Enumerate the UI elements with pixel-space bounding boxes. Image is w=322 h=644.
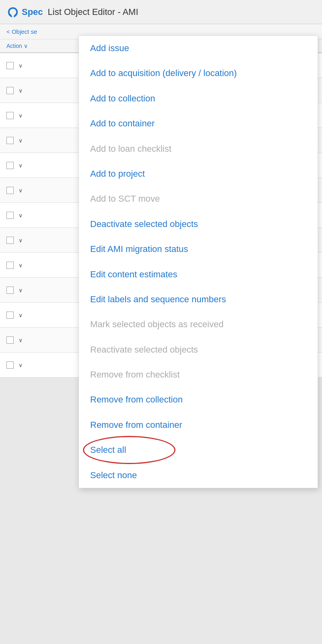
- row-checkbox[interactable]: [6, 162, 14, 169]
- dropdown-item-remove-container[interactable]: Remove from container: [79, 413, 318, 438]
- row-checkbox[interactable]: [6, 262, 14, 269]
- dropdown-item-label: Add to container: [90, 118, 155, 128]
- dropdown-item-label: Select all: [90, 445, 126, 455]
- app-name: Spec: [22, 7, 43, 17]
- dropdown-item-label: Remove from checklist: [90, 369, 180, 380]
- dropdown-item-edit-ami-migration[interactable]: Edit AMI migration status: [79, 237, 318, 262]
- dropdown-item-edit-content-estimates[interactable]: Edit content estimates: [79, 262, 318, 287]
- row-checkbox[interactable]: [6, 87, 14, 94]
- spec-logo-icon: [6, 6, 19, 19]
- dropdown-item-add-acquisition[interactable]: Add to acquisition (delivery / location): [79, 61, 318, 86]
- row-checkbox[interactable]: [6, 112, 14, 119]
- row-chevron-icon[interactable]: ∨: [19, 262, 23, 268]
- dropdown-item-label: Select none: [90, 470, 137, 480]
- row-chevron-icon[interactable]: ∨: [19, 237, 23, 244]
- row-checkbox[interactable]: [6, 187, 14, 194]
- dropdown-item-select-none[interactable]: Select none: [79, 463, 318, 488]
- dropdown-item-label: Add to collection: [90, 93, 155, 103]
- row-chevron-icon[interactable]: ∨: [19, 337, 23, 343]
- dropdown-item-label: Add to SCT move: [90, 194, 160, 204]
- dropdown-item-label: Remove from collection: [90, 394, 183, 405]
- row-chevron-icon[interactable]: ∨: [19, 62, 23, 69]
- row-chevron-icon[interactable]: ∨: [19, 312, 23, 318]
- dropdown-menu: Add issueAdd to acquisition (delivery / …: [78, 35, 318, 488]
- row-chevron-icon[interactable]: ∨: [19, 137, 23, 144]
- dropdown-item-label: Add to loan checklist: [90, 144, 171, 154]
- dropdown-item-select-all[interactable]: Select all: [79, 438, 318, 462]
- row-checkbox[interactable]: [6, 361, 14, 369]
- dropdown-item-label: Deactivate selected objects: [90, 219, 198, 229]
- row-checkbox[interactable]: [6, 237, 14, 244]
- row-chevron-icon[interactable]: ∨: [19, 87, 23, 94]
- row-checkbox[interactable]: [6, 312, 14, 319]
- dropdown-item-mark-received: Mark selected objects as received: [79, 312, 318, 337]
- dropdown-item-add-container[interactable]: Add to container: [79, 111, 318, 136]
- action-chevron-icon: ∨: [24, 43, 28, 49]
- row-chevron-icon[interactable]: ∨: [19, 187, 23, 194]
- dropdown-item-add-sct-move: Add to SCT move: [79, 186, 318, 211]
- row-checkbox[interactable]: [6, 287, 14, 294]
- dropdown-item-label: Mark selected objects as received: [90, 319, 223, 329]
- row-chevron-icon[interactable]: ∨: [19, 162, 23, 169]
- dropdown-item-edit-labels-sequence[interactable]: Edit labels and sequence numbers: [79, 287, 318, 312]
- row-chevron-icon[interactable]: ∨: [19, 212, 23, 219]
- dropdown-item-add-collection[interactable]: Add to collection: [79, 86, 318, 111]
- row-chevron-icon[interactable]: ∨: [19, 287, 23, 293]
- dropdown-item-label: Edit content estimates: [90, 269, 177, 279]
- dropdown-item-add-loan-checklist: Add to loan checklist: [79, 136, 318, 161]
- dropdown-item-label: Reactivate selected objects: [90, 345, 198, 355]
- dropdown-item-label: Add to acquisition (delivery / location): [90, 68, 237, 78]
- page-title: List Object Editor - AMI: [48, 7, 138, 17]
- dropdown-item-add-issue[interactable]: Add issue: [79, 36, 318, 61]
- dropdown-item-label: Remove from container: [90, 420, 182, 430]
- dropdown-item-reactivate-selected: Reactivate selected objects: [79, 337, 318, 362]
- action-label: Action: [6, 43, 22, 49]
- row-checkbox[interactable]: [6, 62, 14, 69]
- action-button[interactable]: Action ∨: [6, 43, 28, 49]
- row-chevron-icon[interactable]: ∨: [19, 112, 23, 119]
- dropdown-item-remove-collection[interactable]: Remove from collection: [79, 387, 318, 412]
- dropdown-item-deactivate-selected[interactable]: Deactivate selected objects: [79, 212, 318, 237]
- dropdown-item-label: Edit AMI migration status: [90, 244, 188, 254]
- dropdown-item-remove-checklist: Remove from checklist: [79, 362, 318, 387]
- dropdown-item-label: Add to project: [90, 169, 145, 179]
- dropdown-item-label: Edit labels and sequence numbers: [90, 294, 226, 304]
- row-checkbox[interactable]: [6, 212, 14, 219]
- dropdown-item-label: Add issue: [90, 43, 129, 53]
- row-checkbox[interactable]: [6, 336, 14, 344]
- dropdown-item-add-project[interactable]: Add to project: [79, 161, 318, 186]
- app-header: Spec List Object Editor - AMI: [0, 0, 322, 24]
- app-logo: Spec: [6, 6, 43, 19]
- row-chevron-icon[interactable]: ∨: [19, 362, 23, 368]
- row-checkbox[interactable]: [6, 137, 14, 144]
